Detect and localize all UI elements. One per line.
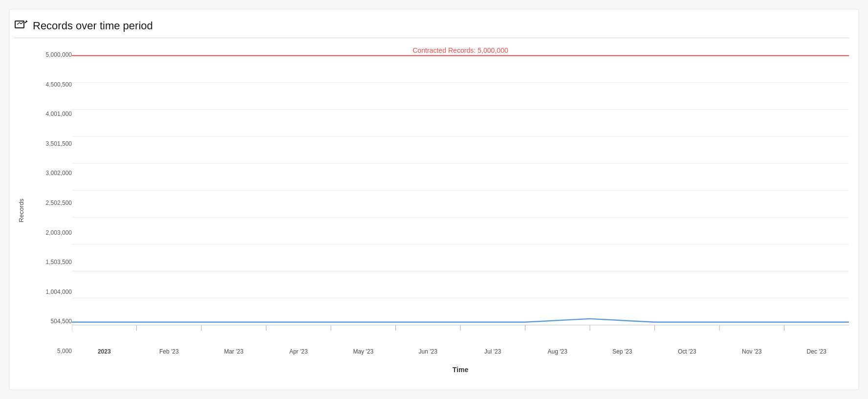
chart-container: Records over time period Records 5,000,0… [9, 9, 859, 390]
svg-chart: Contracted Records: 5,000,000 [72, 47, 849, 345]
x-tick-label: Nov '23 [719, 348, 784, 365]
y-axis-label: Records [18, 199, 25, 222]
y-axis-ticks: 5,000,0004,500,5004,001,0003,501,5003,00… [28, 47, 72, 374]
y-tick-label: 4,001,000 [46, 111, 72, 117]
x-tick-label: Sep '23 [590, 348, 655, 365]
contracted-label: Contracted Records: 5,000,000 [412, 47, 508, 54]
y-tick-label: 1,004,000 [46, 289, 72, 295]
x-axis-title: Time [72, 366, 849, 374]
y-tick-label: 5,000,000 [46, 52, 72, 58]
x-tick-label: Jun '23 [396, 348, 461, 365]
x-tick-label: 2023 [72, 348, 137, 365]
chart-title: Records over time period [33, 20, 153, 32]
svg-line-3 [21, 22, 23, 24]
y-tick-label: 1,503,500 [46, 259, 72, 265]
x-axis-labels: 2023Feb '23Mar '23Apr '23May '23Jun '23J… [72, 345, 849, 365]
x-tick-label: Feb '23 [137, 348, 202, 365]
x-tick-label: Mar '23 [201, 348, 266, 365]
x-tick-label: Oct '23 [655, 348, 720, 365]
y-tick-label: 5,000 [57, 348, 72, 354]
y-tick-label: 504,500 [51, 318, 72, 324]
y-tick-label: 2,003,000 [46, 230, 72, 236]
x-tick-label: Dec '23 [784, 348, 849, 365]
y-tick-label: 3,501,500 [46, 141, 72, 147]
x-tick-label: Jul '23 [460, 348, 525, 365]
x-tick-label: May '23 [331, 348, 396, 365]
chart-area: Records 5,000,0004,500,5004,001,0003,501… [14, 47, 849, 374]
x-tick-label: Aug '23 [525, 348, 590, 365]
svg-line-1 [17, 22, 20, 24]
x-tick-label: Apr '23 [266, 348, 331, 365]
y-tick-label: 2,502,500 [46, 200, 72, 206]
y-tick-label: 3,002,000 [46, 170, 72, 176]
y-axis-label-container: Records [14, 47, 28, 374]
plot-area: Contracted Records: 5,000,000 2023Feb '2… [72, 47, 849, 374]
chart-title-row: Records over time period [14, 19, 849, 38]
y-tick-label: 4,500,500 [46, 82, 72, 88]
chart-icon [14, 19, 28, 33]
